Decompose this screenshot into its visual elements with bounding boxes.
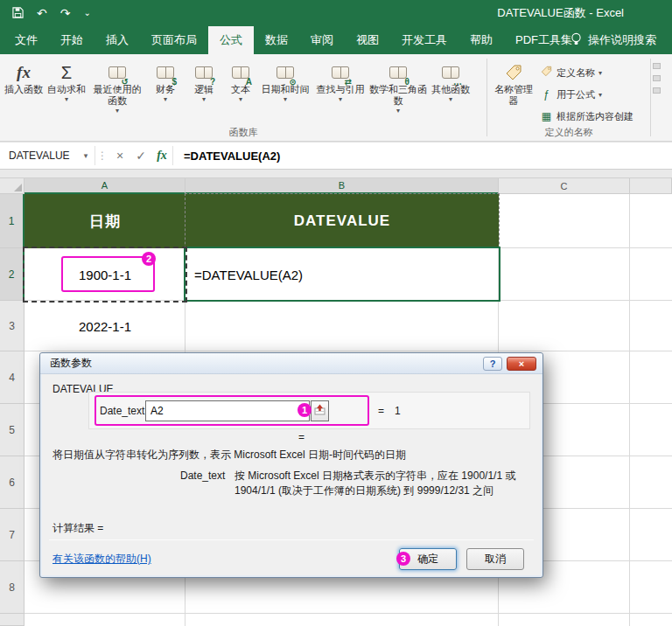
quick-access-toolbar: ↶ ↷ ⌄ xyxy=(0,7,91,20)
formula-result-equals: = xyxy=(298,431,304,443)
undo-icon[interactable]: ↶ xyxy=(37,7,47,19)
tab-help[interactable]: 帮助 xyxy=(458,26,504,54)
param-input-date-text[interactable] xyxy=(145,400,310,421)
use-in-formula-button[interactable]: ƒ 用于公式 ▾ xyxy=(536,85,637,104)
cell-b2[interactable]: =DATEVALUE(A2) xyxy=(186,248,499,301)
row-header-9[interactable] xyxy=(0,614,24,626)
dropdown-arrow-icon: ▾ xyxy=(202,95,206,103)
range-selector-button[interactable] xyxy=(311,400,329,421)
row-header-5[interactable]: 5 xyxy=(0,404,24,456)
column-header-d[interactable] xyxy=(630,178,672,194)
row-header-1[interactable]: 1 xyxy=(0,194,24,248)
ribbon: fx 插入函数 Σ 自动求和 ▾ ↺ 最近使用的函数 ▾ $ 财务 ▾ ? 逻辑 xyxy=(0,54,672,142)
tab-developer[interactable]: 开发工具 xyxy=(390,26,458,54)
row-header-2[interactable]: 2 xyxy=(0,248,24,301)
dropdown-arrow-icon: ▾ xyxy=(396,107,400,115)
clipped-button[interactable] xyxy=(653,75,661,81)
tab-view[interactable]: 视图 xyxy=(345,26,390,54)
dialog-title: 函数参数 xyxy=(46,356,483,371)
defined-names-small-buttons: 定义名称 ▾ ƒ 用于公式 ▾ ▦ 根据所选内容创建 xyxy=(536,57,637,126)
tab-data[interactable]: 数据 xyxy=(254,26,299,54)
row-header-3[interactable]: 3 xyxy=(0,301,24,351)
param-equals: = xyxy=(378,405,384,417)
formula-bar: DATEVALUE ▾ ⋮ × ✓ fx =DATEVALUE(A2) xyxy=(0,142,672,170)
cell-b1[interactable]: DATEVALUE xyxy=(186,194,499,248)
column-header-b[interactable]: B xyxy=(186,178,499,194)
date-time-button[interactable]: ⊙ 日期和时间 ▾ xyxy=(259,57,312,125)
name-box[interactable]: DATEVALUE xyxy=(0,143,77,169)
name-manager-button[interactable]: 名称管理器 xyxy=(491,57,536,125)
use-in-formula-icon: ƒ xyxy=(540,88,553,101)
enter-entry-button[interactable]: ✓ xyxy=(130,143,151,169)
formula-input[interactable]: =DATEVALUE(A2) xyxy=(173,143,280,169)
dropdown-arrow-icon: ▾ xyxy=(116,107,119,115)
tab-file[interactable]: 文件 xyxy=(4,26,49,54)
dropdown-arrow-icon: ▾ xyxy=(284,95,287,103)
insert-function-fx-button[interactable]: fx xyxy=(151,143,172,169)
customize-qat-icon[interactable]: ⌄ xyxy=(83,9,90,17)
define-name-button[interactable]: 定义名称 ▾ xyxy=(536,63,637,82)
more-functions-button[interactable]: … 其他函数 ▾ xyxy=(427,57,474,125)
recently-used-icon: ↺ xyxy=(108,61,126,84)
tab-page-layout[interactable]: 页面布局 xyxy=(140,26,208,54)
tab-review[interactable]: 审阅 xyxy=(299,26,345,54)
clipped-button[interactable] xyxy=(653,63,661,69)
cell-a2[interactable]: 1900-1-1 xyxy=(24,248,186,301)
dialog-close-button[interactable]: × xyxy=(507,357,536,371)
text-button[interactable]: A 文本 ▾ xyxy=(222,57,259,125)
autosum-button[interactable]: Σ 自动求和 ▾ xyxy=(44,57,89,125)
cancel-entry-button[interactable]: × xyxy=(109,143,130,169)
logical-button[interactable]: ? 逻辑 ▾ xyxy=(186,57,222,125)
dialog-title-bar[interactable]: 函数参数 ? × xyxy=(40,353,542,374)
row-header-7[interactable]: 7 xyxy=(0,509,24,561)
financial-button[interactable]: $ 财务 ▾ xyxy=(145,57,186,125)
dropdown-arrow-icon: ▾ xyxy=(65,95,68,103)
select-all-corner[interactable] xyxy=(0,178,24,194)
recently-used-functions-button[interactable]: ↺ 最近使用的函数 ▾ xyxy=(89,57,145,125)
formula-bar-handle[interactable]: ⋮ xyxy=(95,143,109,169)
param-result-value: 1 xyxy=(395,405,401,417)
tab-formulas[interactable]: 公式 xyxy=(208,26,254,54)
date-time-icon: ⊙ xyxy=(276,61,294,84)
create-from-selection-icon: ▦ xyxy=(540,110,553,122)
math-trig-button[interactable]: θ 数学和三角函数 ▾ xyxy=(369,57,427,125)
insert-function-button[interactable]: fx 插入函数 xyxy=(4,57,44,125)
title-bar: ↶ ↷ ⌄ DATEVALUE函数 - Excel xyxy=(0,0,672,26)
function-arguments-dialog: 函数参数 ? × DATEVALUE Date_text = 1 1 = 将日期… xyxy=(39,352,543,578)
function-library-group: fx 插入函数 Σ 自动求和 ▾ ↺ 最近使用的函数 ▾ $ 财务 ▾ ? 逻辑 xyxy=(0,54,486,141)
defined-names-group: 名称管理器 定义名称 ▾ ƒ 用于公式 ▾ ▦ 根据所选内容创建 xyxy=(487,54,650,141)
cancel-button[interactable]: 取消 xyxy=(466,548,524,570)
tab-home[interactable]: 开始 xyxy=(49,26,94,54)
column-header-a[interactable]: A xyxy=(24,178,186,194)
row-header-4[interactable]: 4 xyxy=(0,351,24,404)
function-help-link[interactable]: 有关该函数的帮助(H) xyxy=(52,552,151,567)
redo-icon[interactable]: ↷ xyxy=(60,7,71,19)
dropdown-arrow-icon: ▾ xyxy=(598,91,602,99)
function-description: 将日期值从字符串转化为序列数，表示 Microsoft Excel 日期-时间代… xyxy=(52,448,532,462)
dialog-help-button[interactable]: ? xyxy=(483,357,502,371)
search-label: 操作说明搜索 xyxy=(588,32,656,48)
lookup-reference-button[interactable]: ⇄ 查找与引用 ▾ xyxy=(312,57,369,125)
more-functions-icon: … xyxy=(442,61,459,84)
dropdown-arrow-icon: ▾ xyxy=(164,95,167,103)
cell-a1[interactable]: 日期 xyxy=(24,194,186,248)
tell-me-search[interactable]: 操作说明搜索 xyxy=(570,26,656,54)
tab-insert[interactable]: 插入 xyxy=(94,26,140,54)
row-header-6[interactable]: 6 xyxy=(0,456,24,509)
cell-a3[interactable]: 2022-1-1 xyxy=(24,301,186,351)
dropdown-arrow-icon: ▾ xyxy=(239,95,242,103)
parameter-help-label: Date_text xyxy=(180,469,234,498)
column-header-c[interactable]: C xyxy=(499,178,630,194)
dialog-parameter-panel: Date_text = 1 1 xyxy=(88,392,530,429)
parameter-help-text: 按 Microsoft Excel 日期格式表示的字符串，应在 1900/1/1… xyxy=(234,469,539,498)
row-header-8[interactable]: 8 xyxy=(0,561,24,614)
math-trig-icon: θ xyxy=(389,61,407,84)
dropdown-arrow-icon: ▾ xyxy=(449,95,452,103)
create-from-selection-button[interactable]: ▦ 根据所选内容创建 xyxy=(536,107,637,126)
autosum-icon: Σ xyxy=(61,63,72,83)
save-icon[interactable] xyxy=(12,7,24,20)
gridline xyxy=(24,613,672,614)
step-badge-1: 1 xyxy=(298,403,312,417)
clipped-button[interactable] xyxy=(653,87,661,94)
name-box-dropdown-icon[interactable]: ▾ xyxy=(77,143,94,169)
